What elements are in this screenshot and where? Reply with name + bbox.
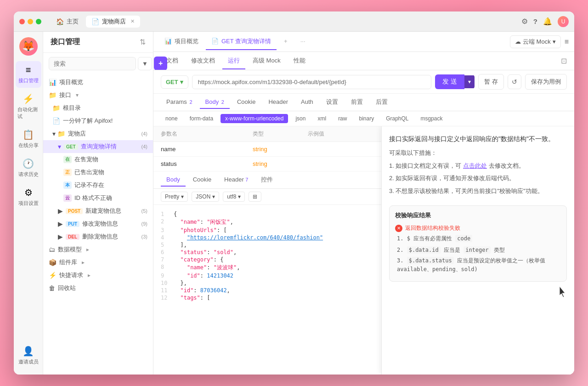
line-num-7: 7 — [161, 256, 174, 263]
tree-item-delete-pet[interactable]: ▶ DEL 删除宠物信息 (3) — [43, 230, 153, 243]
pet-shop-icon: ▾ 📁 — [52, 130, 65, 137]
sidebar-item-request-history[interactable]: 🕐 请求历史 — [16, 154, 41, 182]
tab-more[interactable]: ··· — [295, 34, 311, 49]
notification-icon[interactable]: 🔔 — [543, 17, 552, 26]
tree-item-query-pet[interactable]: ▾ GET 查询宠物详情 (4) — [43, 140, 153, 153]
cloud-mock-button[interactable]: ☁ 云端 Mock ▾ — [510, 35, 561, 48]
tree-item-update-pet[interactable]: ▶ PUT 修改宠物信息 (9) — [43, 217, 153, 230]
sidebar-item-invite-members[interactable]: 👤 邀请成员 — [16, 342, 41, 369]
filter-button[interactable]: ▼ — [138, 57, 152, 70]
sidebar-item-auto-test[interactable]: ⚡ 自动化测试 — [16, 90, 41, 124]
tab-close-icon[interactable]: ✕ — [130, 18, 135, 24]
tree-item-pet-for-sale[interactable]: 在 在售宠物 — [43, 153, 153, 166]
tab-project-overview[interactable]: 📊 项目概览 — [159, 34, 204, 50]
params-tab-header[interactable]: Header — [263, 96, 294, 109]
close-button[interactable] — [19, 19, 25, 24]
settings-icon[interactable]: ⚙ — [521, 17, 528, 26]
invite-icon: 👤 — [23, 346, 34, 357]
expand-panel-icon[interactable]: ⊡ — [561, 57, 567, 65]
url-input[interactable] — [192, 75, 432, 89]
tree-item-pet-sold[interactable]: 正 已售出宠物 — [43, 166, 153, 179]
response-tab-body[interactable]: Body — [161, 173, 186, 187]
delete-pet-count: (3) — [141, 234, 147, 239]
tree-item-root-dir[interactable]: 📁 根目录 — [43, 102, 153, 114]
params-tab-settings[interactable]: 设置 — [321, 95, 344, 110]
body-type-graphql[interactable]: GraphQL — [381, 114, 413, 123]
format-icon-button[interactable]: ⊞ — [249, 192, 261, 202]
send-button[interactable]: 发 送 — [435, 74, 464, 89]
tree-item-recycle-bin[interactable]: 🗑 回收站 — [43, 282, 153, 295]
body-type-json[interactable]: json — [291, 114, 310, 123]
method-selector[interactable]: GET ▾ — [161, 75, 188, 89]
tree-item-pet-shop[interactable]: ▾ 📁 宠物店 (4) — [43, 127, 153, 140]
params-tab-pre[interactable]: 前置 — [345, 95, 368, 110]
subtab-advanced-mock[interactable]: 高级 Mock — [247, 53, 286, 69]
tab-add-new[interactable]: + — [278, 34, 293, 49]
tree-item-quick-request[interactable]: ⚡ 快捷请求 ▸ — [43, 269, 153, 282]
tree-item-add-pet[interactable]: ▶ POST 新建宠物信息 (5) — [43, 204, 153, 217]
subtab-doc[interactable]: 文档 — [161, 53, 184, 69]
nav-title: 接口管理 — [51, 37, 80, 47]
avatar[interactable]: U — [558, 16, 569, 27]
body-type-msgpack[interactable]: msgpack — [416, 114, 447, 123]
body-type-xml[interactable]: xml — [313, 114, 331, 123]
params-tab-auth[interactable]: Auth — [295, 96, 319, 109]
help-icon[interactable]: ? — [533, 17, 537, 25]
url-bar: GET ▾ 发 送 ▾ 暂 存 ↺ 保存为用例 — [153, 70, 574, 94]
body-type-formdata[interactable]: form-data — [185, 114, 218, 123]
save-as-button[interactable]: 保存为用例 — [525, 74, 567, 90]
params-tab-params[interactable]: Params 2 — [161, 96, 198, 109]
search-input[interactable] — [49, 57, 136, 70]
validation-result-title: 校验响应结果 — [395, 211, 561, 220]
minimize-button[interactable] — [28, 19, 33, 24]
id-format-badge: 云 — [63, 194, 72, 202]
tree-label-pet-shop: 宠物店 — [68, 130, 86, 138]
tab-home[interactable]: 🏠 主页 — [51, 16, 84, 28]
tree-item-data-model[interactable]: 🗂 数据模型 ▸ — [43, 243, 153, 256]
subtab-performance[interactable]: 性能 — [288, 53, 311, 69]
save-draft-button[interactable]: 暂 存 — [478, 74, 504, 90]
tree-item-learn-apifox[interactable]: 📄 一分钟了解 Apifox! — [43, 114, 153, 127]
line-num-10: 10 — [161, 280, 174, 286]
tab-query-pet[interactable]: 📄 GET 查询宠物详情 — [206, 34, 277, 50]
param-name-status: status — [161, 160, 253, 167]
subtab-run[interactable]: 运行 — [222, 53, 245, 69]
tree-item-interface[interactable]: 📁 接口 ▾ — [43, 89, 153, 102]
response-tab-cookie[interactable]: Cookie — [187, 173, 217, 187]
refresh-button[interactable]: ↺ — [508, 74, 521, 89]
sidebar-item-online-share[interactable]: 📋 在线分享 — [16, 125, 41, 153]
pet-shop-count: (4) — [141, 131, 147, 136]
sidebar-item-api-management[interactable]: ≡ 接口管理 — [16, 61, 41, 88]
tree-item-component-lib[interactable]: 📦 组件库 ▸ — [43, 256, 153, 269]
params-tab-post[interactable]: 后置 — [370, 95, 393, 110]
nav-sort-icon[interactable]: ⇅ — [140, 38, 146, 46]
tree-label-component-lib: 组件库 — [59, 258, 77, 267]
tree-item-id-format-wrong[interactable]: 云 ID 格式不正确 — [43, 192, 153, 204]
body-type-none[interactable]: none — [161, 114, 182, 123]
body-type-urlencoded[interactable]: x-www-form-urlencoded — [220, 114, 288, 123]
sidebar-item-project-settings[interactable]: ⚙ 项目设置 — [16, 183, 41, 210]
json-button[interactable]: JSON ▾ — [192, 192, 219, 202]
tree-item-record-not-exist[interactable]: 本 记录不存在 — [43, 179, 153, 192]
params-tab-cookie[interactable]: Cookie — [232, 96, 261, 109]
recycle-bin-icon: 🗑 — [49, 284, 55, 292]
validation-error-list: 1. $ 应当有必需属性 code 2. $.data.id 应当是 integ… — [395, 234, 561, 274]
tree-label-for-sale: 在售宠物 — [74, 155, 98, 164]
body-type-binary[interactable]: binary — [354, 114, 379, 123]
params-tab-body[interactable]: Body 2 — [200, 96, 230, 109]
pretty-button[interactable]: Pretty ▾ — [161, 192, 188, 202]
maximize-button[interactable] — [36, 19, 41, 24]
utf8-button[interactable]: utf8 ▾ — [223, 192, 245, 202]
body-type-raw[interactable]: raw — [334, 114, 351, 123]
tab-petshop[interactable]: 📄 宠物商店 ✕ — [86, 16, 140, 28]
response-tab-header[interactable]: Header 7 — [219, 173, 254, 187]
subtab-edit-doc[interactable]: 修改文档 — [186, 53, 220, 69]
menu-icon[interactable]: ≡ — [565, 38, 569, 46]
component-lib-expand-icon: ▸ — [82, 259, 85, 266]
click-here-link[interactable]: 点击此处 — [463, 162, 487, 169]
validation-panel: 接口实际返回与接口定义中返回响应的"数据结构"不一致。 可采取以下措施： 1. … — [381, 126, 574, 375]
share-icon: 📋 — [23, 129, 34, 140]
response-tab-controls[interactable]: 控件 — [255, 173, 278, 187]
send-arrow-button[interactable]: ▾ — [464, 75, 475, 88]
tree-item-project-overview[interactable]: 📊 项目概览 — [43, 76, 153, 89]
